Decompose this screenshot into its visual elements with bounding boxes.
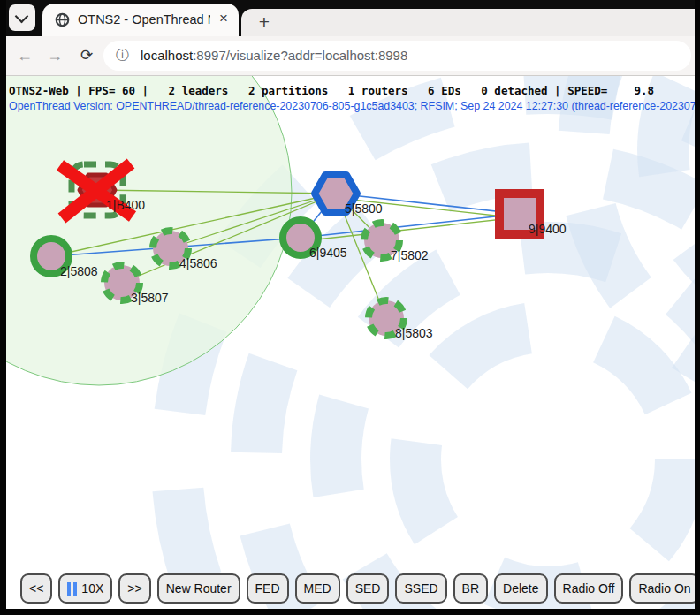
- site-info-icon[interactable]: ⓘ: [116, 47, 129, 64]
- toolbar-button-label: MED: [304, 581, 331, 596]
- node-label-4: 4|5806: [179, 256, 217, 270]
- node-label-1: 1|B400: [106, 198, 145, 212]
- toolbar-button-label: SED: [355, 581, 381, 596]
- chevron-down-icon: [15, 10, 29, 24]
- url-host: localhost: [141, 48, 193, 63]
- toolbar-button-radio-on[interactable]: Radio On: [629, 573, 695, 604]
- tab-close-icon[interactable]: ×: [219, 10, 228, 27]
- toolbar-button-br[interactable]: BR: [453, 573, 488, 604]
- globe-icon: [55, 12, 70, 27]
- node-label-6: 6|9405: [309, 246, 347, 260]
- url-text: localhost:8997/visualize?addr=localhost:…: [141, 48, 407, 63]
- simulation-status-bar: OTNS2-Web | FPS= 60 | 2 leaders 2 partit…: [9, 84, 654, 97]
- toolbar-button-new-router[interactable]: New Router: [157, 573, 240, 604]
- tab-strip: OTNS2 - OpenThread Ne × +: [6, 0, 695, 36]
- otns-visualization-canvas[interactable]: 1|B4002|58083|58074|58065|58006|94057|58…: [6, 76, 695, 609]
- radio-range-circle: [6, 76, 292, 385]
- browser-window: OTNS2 - OpenThread Ne × + ← → ⟳ ⓘ localh…: [6, 0, 695, 609]
- node-label-7: 7|5802: [391, 248, 429, 262]
- network-graph: 1|B4002|58083|58074|58065|58006|94057|58…: [6, 76, 695, 609]
- link-6-9: [301, 214, 520, 238]
- toolbar-button-label: Radio Off: [563, 581, 615, 596]
- node-label-5: 5|5800: [345, 201, 383, 216]
- toolbar-button-label: New Router: [166, 581, 232, 596]
- toolbar-button-label: FED: [255, 581, 280, 596]
- toolbar-button-label: >>: [127, 581, 141, 596]
- toolbar-button-fed[interactable]: FED: [247, 573, 289, 604]
- toolbar-button-label: Delete: [503, 581, 538, 596]
- toolbar-button-ssed[interactable]: SSED: [395, 573, 446, 604]
- toolbar-button-radio-off[interactable]: Radio Off: [554, 573, 624, 604]
- screenshot-root: OTNS2 - OpenThread Ne × + ← → ⟳ ⓘ localh…: [0, 0, 700, 615]
- toolbar-button-delete[interactable]: Delete: [494, 573, 547, 604]
- toolbar-button-label: SSED: [404, 581, 438, 596]
- toolbar-button-label: 10X: [81, 581, 103, 596]
- browser-toolbar: ← → ⟳ ⓘ localhost:8997/visualize?addr=lo…: [6, 36, 695, 76]
- pause-icon: [67, 582, 77, 596]
- tab-active[interactable]: OTNS2 - OpenThread Ne ×: [42, 4, 239, 36]
- node-label-8: 8|5803: [395, 326, 433, 340]
- toolbar-button-label: BR: [462, 581, 479, 596]
- url-path: :8997/visualize?addr=localhost:8998: [193, 48, 407, 63]
- tab-strip-well: [241, 9, 695, 36]
- node-label-3: 3|5807: [131, 291, 169, 305]
- new-tab-button[interactable]: +: [252, 11, 277, 35]
- background-watermark-arc: [415, 327, 681, 592]
- toolbar-button--[interactable]: <<: [20, 573, 52, 604]
- node-label-9: 9|9400: [529, 222, 567, 236]
- reload-icon[interactable]: ⟳: [75, 44, 98, 67]
- simulation-toolbar: <<10X>>New RouterFEDMEDSEDSSEDBRDeleteRa…: [20, 573, 695, 604]
- toolbar-button-label: Radio On: [638, 581, 690, 596]
- toolbar-button--[interactable]: >>: [118, 573, 150, 604]
- node-label-2: 2|5808: [60, 264, 98, 278]
- forward-icon[interactable]: →: [43, 44, 66, 67]
- openthread-version-text: OpenThread Version: OPENTHREAD/thread-re…: [9, 100, 695, 112]
- toolbar-button-sed[interactable]: SED: [346, 573, 390, 604]
- tab-title: OTNS2 - OpenThread Ne: [78, 12, 210, 27]
- address-bar[interactable]: ⓘ localhost:8997/visualize?addr=localhos…: [103, 41, 691, 71]
- tab-search-button[interactable]: [9, 4, 35, 31]
- back-icon[interactable]: ←: [13, 44, 36, 67]
- toolbar-button-10x[interactable]: 10X: [58, 573, 112, 604]
- toolbar-button-med[interactable]: MED: [295, 573, 340, 604]
- toolbar-button-label: <<: [29, 581, 43, 596]
